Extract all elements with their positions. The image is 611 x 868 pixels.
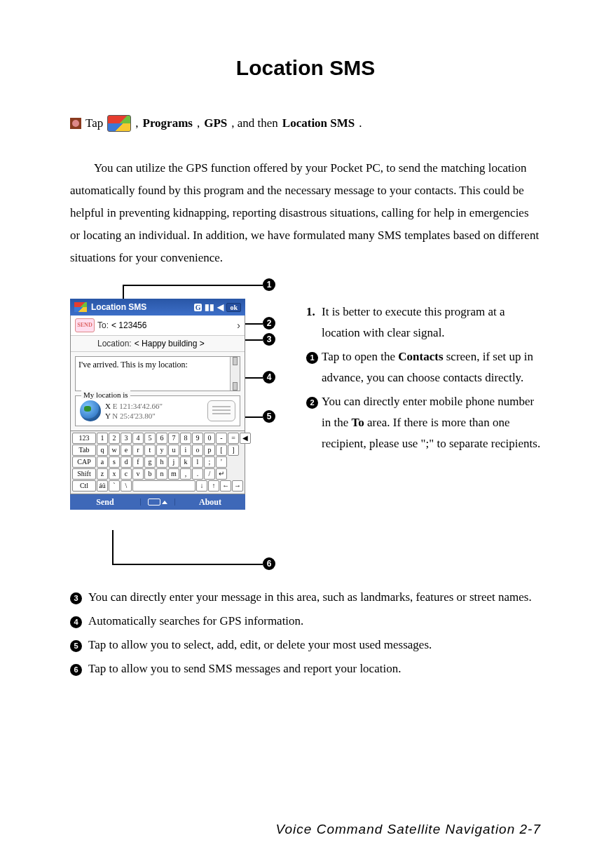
key[interactable]: = (228, 433, 239, 444)
key[interactable]: f (132, 456, 144, 468)
signal-icon: ▮▮ (205, 299, 214, 316)
key[interactable]: Ctl (72, 480, 96, 491)
key[interactable]: h (156, 456, 167, 468)
send-softkey[interactable]: Send (70, 497, 140, 508)
key[interactable]: l (192, 456, 203, 468)
key[interactable]: ↵ (216, 468, 227, 480)
key[interactable]: t (144, 445, 156, 456)
key[interactable]: i (180, 445, 191, 456)
key[interactable]: ; (204, 456, 215, 468)
keyboard-toggle[interactable] (140, 499, 175, 506)
page-title: Location SMS (70, 56, 541, 80)
key[interactable]: d (121, 456, 132, 468)
start-menu-icon (107, 115, 131, 132)
key[interactable]: 2 (109, 433, 120, 444)
message-textarea[interactable]: I've arrived. This is my location: (75, 356, 240, 391)
my-location-group: My location is E 121:34'42.66" N 25:4'23… (75, 395, 240, 426)
about-softkey[interactable]: About (175, 497, 245, 508)
contacts-arrow-icon[interactable]: › (237, 320, 240, 331)
key[interactable]: Tab (72, 445, 96, 456)
tip-number: 1. (306, 301, 322, 344)
key[interactable]: g (144, 456, 156, 468)
key[interactable]: y (156, 445, 167, 456)
key[interactable]: / (204, 468, 215, 480)
key[interactable]: 1 (97, 433, 108, 444)
key[interactable]: x (109, 468, 120, 480)
key[interactable]: → (232, 480, 243, 491)
key[interactable]: 9 (192, 433, 203, 444)
comma1: , (135, 116, 138, 130)
key[interactable]: q (97, 445, 108, 456)
group-legend: My location is (81, 391, 130, 399)
key[interactable]: u (168, 445, 179, 456)
key[interactable]: 4 (132, 433, 144, 444)
key[interactable]: k (180, 456, 191, 468)
key[interactable]: e (121, 445, 132, 456)
key[interactable]: m (168, 468, 179, 480)
key[interactable] (132, 480, 195, 491)
key[interactable]: ' (216, 456, 227, 468)
key[interactable]: CAP (72, 456, 96, 468)
callout-3: 3 (263, 333, 275, 346)
send-envelope-icon[interactable]: SEND (75, 318, 95, 332)
key[interactable]: 5 (144, 433, 156, 444)
key[interactable]: 0 (204, 433, 215, 444)
location-value[interactable]: < Happy building > (135, 339, 240, 348)
key[interactable]: 6 (156, 433, 167, 444)
key[interactable]: o (192, 445, 203, 456)
key[interactable]: 7 (168, 433, 179, 444)
key[interactable]: ] (228, 445, 239, 456)
key[interactable]: p (204, 445, 215, 456)
key[interactable]: j (168, 456, 179, 468)
key[interactable]: . (192, 468, 203, 480)
key[interactable]: ← (220, 480, 231, 491)
callout-2: 2 (263, 317, 275, 330)
then-text: , and then (231, 116, 278, 130)
key[interactable]: 123 (72, 433, 96, 444)
coord-x: E 121:34'42.66" (105, 401, 163, 411)
key[interactable]: Shift (72, 468, 96, 480)
desc-6-badge: 6 (70, 664, 82, 676)
callout-4: 4 (263, 371, 275, 384)
programs-text: Programs (143, 116, 193, 130)
key[interactable]: ◀ (240, 433, 251, 444)
key[interactable]: \ (121, 480, 132, 491)
key[interactable]: a (97, 456, 108, 468)
speaker-icon: ◀ (217, 299, 224, 316)
desc-5-badge: 5 (70, 640, 82, 652)
key[interactable]: n (156, 468, 167, 480)
desc-2-badge: 2 (306, 397, 318, 409)
key[interactable]: ↓ (196, 480, 207, 491)
key[interactable]: , (180, 468, 191, 480)
desc-5: Tap to allow you to select, add, edit, o… (88, 634, 541, 656)
key[interactable]: 3 (121, 433, 132, 444)
callout-6: 6 (263, 557, 275, 570)
onscreen-keyboard[interactable]: 1231234567890-=◀ Tabqwertyuiop[] CAPasdf… (71, 430, 245, 494)
key[interactable]: ` (109, 480, 120, 491)
globe-icon (80, 400, 101, 421)
scrollbar[interactable] (230, 357, 240, 391)
callout-descriptions-right: 1. It is better to execute this program … (306, 285, 541, 457)
key[interactable]: áü (97, 480, 108, 491)
start-flag-icon[interactable] (74, 302, 87, 312)
key[interactable]: - (216, 433, 227, 444)
key[interactable]: r (132, 445, 144, 456)
key[interactable]: z (97, 468, 108, 480)
key[interactable]: v (132, 468, 144, 480)
templates-bubble-icon[interactable] (207, 400, 235, 421)
to-value[interactable]: < 123456 (111, 320, 234, 330)
key[interactable]: 8 (180, 433, 191, 444)
callout-5: 5 (263, 410, 275, 423)
comma2: , (197, 116, 200, 130)
key[interactable]: c (121, 468, 132, 480)
key[interactable]: ↑ (208, 480, 219, 491)
key[interactable]: [ (216, 445, 227, 456)
key[interactable]: s (109, 456, 120, 468)
key[interactable]: b (144, 468, 156, 480)
titlebar: Location SMS G ▮▮ ◀ ok (70, 299, 245, 316)
callout-1: 1 (263, 278, 275, 291)
key[interactable]: w (109, 445, 120, 456)
location-field-row: Location: < Happy building > (71, 336, 245, 352)
screenshot-figure: 1 2 3 4 5 6 Location SMS G ▮▮ ◀ ok (70, 285, 284, 572)
ok-button[interactable]: ok (226, 303, 241, 312)
